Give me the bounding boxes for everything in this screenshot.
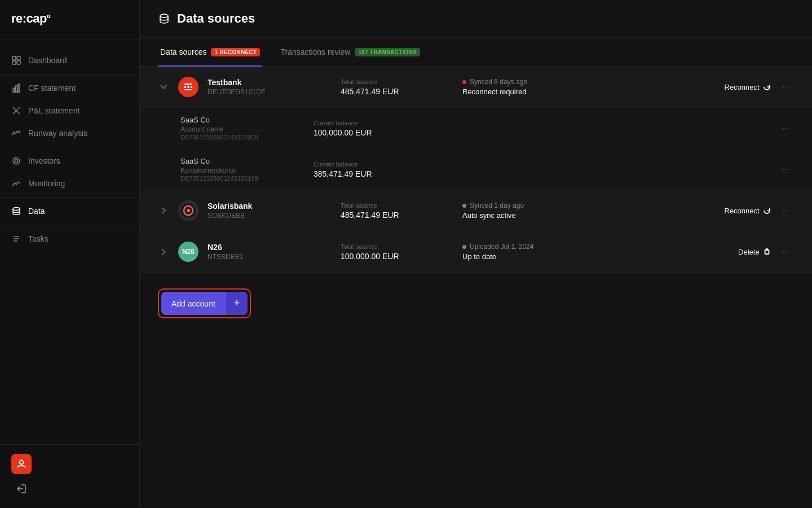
bank-code: DEUTDEDB101DE: [208, 88, 309, 96]
balance-amount: 485,471.49 EUR: [341, 211, 453, 220]
logout-button[interactable]: [11, 479, 32, 499]
reconnect-button[interactable]: Reconnect: [725, 207, 771, 215]
delete-button[interactable]: Delete: [738, 248, 771, 256]
add-account-label: Add account: [161, 294, 226, 314]
sync-ago: Uploaded Jul 1, 2024: [470, 243, 533, 251]
reconnect-button[interactable]: Reconnect: [725, 83, 771, 91]
sub-account-info: SaaS Co Kontokorrentkonto DE755121080012…: [180, 157, 293, 182]
svg-rect-2: [12, 61, 16, 64]
sidebar-item-label: Tasks: [28, 234, 48, 243]
add-account-wrapper: Add account +: [140, 273, 812, 334]
tabs-bar: Data sources 1 RECONNECT Transactions re…: [140, 38, 812, 67]
svg-rect-21: [188, 86, 189, 88]
balance-section-n26: Total balance 100,000.00 EUR: [341, 243, 453, 261]
sync-status: Uploaded Jul 1, 2024: [462, 243, 729, 251]
chevron-right-icon: [158, 248, 169, 256]
sync-section-testbank: Synced 8 days ago Reconnect required: [462, 78, 716, 96]
sidebar-item-label: Runway analysis: [28, 129, 87, 138]
sub-account-iban: DE75512108001245126100: [180, 134, 293, 141]
sidebar-item-data[interactable]: Data: [0, 200, 139, 222]
tab-badge-transactions: 187 TRANSACTIONS: [355, 48, 420, 56]
sync-status: Synced 8 days ago: [462, 78, 716, 86]
sync-section-solaris: Synced 1 day ago Auto sync active: [462, 202, 716, 220]
main-content: Data sources Data sources 1 RECONNECT Tr…: [140, 0, 812, 508]
bank-code: NTSBDEB1: [208, 253, 309, 261]
user-avatar[interactable]: [11, 454, 32, 474]
bank-row-testbank[interactable]: Testbank DEUTDEDB101DE Total balance 485…: [140, 67, 812, 107]
bank-section-testbank: Testbank DEUTDEDB101DE Total balance 485…: [140, 67, 812, 190]
sub-account-more-button[interactable]: ···: [778, 162, 794, 177]
more-options-button[interactable]: ···: [778, 80, 794, 94]
bank-name: Testbank: [208, 78, 309, 87]
more-options-button[interactable]: ···: [778, 203, 794, 218]
bar-chart-icon: [11, 83, 21, 93]
sync-section-n26: Uploaded Jul 1, 2024 Up to date: [462, 243, 729, 261]
actions-section-solaris: Reconnect ···: [725, 203, 795, 218]
svg-rect-6: [16, 86, 17, 92]
tab-data-sources[interactable]: Data sources 1 RECONNECT: [158, 38, 262, 67]
svg-rect-22: [191, 86, 192, 88]
sidebar-item-label: Data: [28, 207, 45, 216]
sync-detail: Auto sync active: [462, 211, 716, 220]
balance-amount: 385,471.49 EUR: [314, 169, 426, 178]
svg-rect-18: [184, 84, 192, 85]
actions-section-n26: Delete ···: [738, 244, 794, 259]
svg-point-16: [20, 461, 24, 465]
svg-rect-0: [12, 56, 16, 60]
balance-amount: 100,000.00 EUR: [341, 252, 453, 261]
sidebar-item-label: P&L statement: [28, 106, 80, 115]
tasks-icon: [11, 234, 21, 244]
page-title: Data sources: [177, 11, 255, 26]
page-header-icon: [158, 12, 170, 25]
sidebar-item-dashboard[interactable]: Dashboard: [0, 49, 139, 72]
add-account-button[interactable]: Add account +: [161, 292, 248, 315]
sidebar-item-monitoring[interactable]: Monitoring: [0, 172, 139, 195]
balance-section-solaris: Total balance 485,471.49 EUR: [341, 202, 453, 220]
sidebar-item-label: CF statement: [28, 84, 76, 93]
sidebar-item-pl-statement[interactable]: P&L statement: [0, 99, 139, 122]
solaris-logo: [178, 200, 198, 221]
actions-section-testbank: Reconnect ···: [725, 80, 795, 94]
sub-account-iban: DE75512108001245126199: [180, 175, 293, 182]
add-account-plus-icon: +: [226, 292, 248, 315]
more-options-button[interactable]: ···: [778, 244, 794, 259]
bank-row-n26[interactable]: N26 N26 NTSBDEB1 Total balance 100,000.0…: [140, 231, 812, 272]
grid-icon: [11, 55, 21, 65]
svg-rect-20: [184, 86, 186, 88]
bank-info-solaris: Solarisbank SOBKDEBB: [208, 202, 309, 220]
sub-account-row: SaaS Co Account name DE75512108001245126…: [140, 107, 812, 148]
sub-account-name: SaaS Co: [180, 116, 293, 124]
sync-dot-green: [462, 204, 466, 208]
page-header: Data sources: [140, 0, 812, 38]
svg-point-25: [187, 209, 190, 212]
investors-icon: [11, 156, 21, 166]
sub-balance-section: Current balance 385,471.49 EUR: [314, 161, 426, 178]
sidebar-item-label: Monitoring: [28, 179, 65, 188]
bank-name: Solarisbank: [208, 202, 309, 211]
bank-section-n26: N26 N26 NTSBDEB1 Total balance 100,000.0…: [140, 231, 812, 273]
monitoring-icon: [11, 178, 21, 189]
sidebar-item-tasks[interactable]: Tasks: [0, 227, 139, 250]
sidebar-bottom: [0, 444, 139, 508]
tab-transactions-review[interactable]: Transactions review 187 TRANSACTIONS: [278, 38, 422, 67]
sidebar-nav: Dashboard CF statement P&L statement: [0, 40, 139, 444]
sidebar-item-investors[interactable]: Investors: [0, 150, 139, 172]
balance-amount: 485,471.49 EUR: [341, 87, 453, 96]
n26-logo: N26: [178, 242, 198, 262]
balance-label: Current balance: [314, 120, 426, 126]
sync-detail: Up to date: [462, 252, 729, 261]
sub-accounts-testbank: SaaS Co Account name DE75512108001245126…: [140, 107, 812, 190]
sync-ago: Synced 8 days ago: [470, 78, 527, 86]
svg-point-11: [15, 160, 18, 163]
bank-row-solaris[interactable]: Solarisbank SOBKDEBB Total balance 485,4…: [140, 190, 812, 231]
sidebar: re:capα Dashboard CF statement: [0, 0, 140, 508]
sub-account-more-button[interactable]: ···: [778, 121, 794, 135]
sidebar-item-cf-statement[interactable]: CF statement: [0, 77, 139, 99]
bank-code: SOBKDEBB: [208, 212, 309, 220]
balance-label: Total balance: [341, 243, 453, 250]
database-icon: [11, 206, 21, 216]
svg-rect-1: [17, 56, 20, 60]
svg-rect-5: [13, 88, 15, 92]
tab-badge-reconnect: 1 RECONNECT: [211, 48, 260, 56]
sidebar-item-runway[interactable]: Runway analysis: [0, 122, 139, 144]
